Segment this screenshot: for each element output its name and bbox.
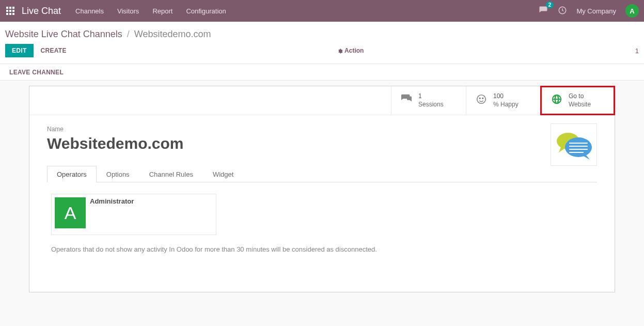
- svg-point-10: [477, 95, 486, 104]
- tab-operators[interactable]: Operators: [47, 166, 97, 182]
- svg-rect-6: [6, 13, 8, 15]
- tab-options[interactable]: Options: [97, 166, 139, 182]
- sessions-count: 1: [418, 92, 444, 101]
- nav-right: 2 My Company A: [538, 4, 639, 18]
- breadcrumb-root[interactable]: Website Live Chat Channels: [5, 29, 122, 39]
- name-label: Name: [47, 126, 184, 133]
- svg-point-12: [482, 98, 483, 99]
- nav-report[interactable]: Report: [152, 7, 172, 15]
- goto-line1: Go to: [569, 92, 591, 101]
- happy-label: % Happy: [493, 101, 519, 109]
- company-switcher[interactable]: My Company: [576, 7, 616, 15]
- pager[interactable]: 1: [635, 47, 639, 55]
- tab-content-operators: A Administrator Operators that do not sh…: [47, 182, 597, 258]
- smile-icon: [476, 94, 487, 107]
- toolbar: EDIT CREATE Action 1: [0, 44, 644, 64]
- nav-links: Channels Visitors Report Configuration: [75, 7, 538, 15]
- stat-happy[interactable]: 100 % Happy: [466, 86, 541, 115]
- svg-rect-5: [12, 10, 14, 12]
- edit-button[interactable]: EDIT: [5, 44, 34, 57]
- nav-channels[interactable]: Channels: [75, 7, 104, 15]
- user-avatar[interactable]: A: [625, 4, 639, 18]
- breadcrumb-bar: Website Live Chat Channels / Websitedemo…: [0, 22, 644, 44]
- sessions-label: Sessions: [418, 101, 444, 109]
- nav-configuration[interactable]: Configuration: [186, 7, 226, 15]
- conversations-badge: 2: [546, 2, 554, 8]
- happy-count: 100: [493, 92, 519, 101]
- stat-go-to-website[interactable]: Go to Website: [540, 86, 615, 115]
- tabs: Operators Options Channel Rules Widget: [47, 166, 597, 182]
- globe-icon: [551, 94, 562, 107]
- svg-rect-1: [9, 7, 11, 9]
- app-title[interactable]: Live Chat: [22, 6, 61, 17]
- operator-card[interactable]: A Administrator: [51, 194, 216, 235]
- svg-rect-8: [12, 13, 14, 15]
- create-button[interactable]: CREATE: [41, 47, 67, 54]
- comments-icon: [401, 94, 412, 107]
- operator-name: Administrator: [90, 197, 134, 205]
- svg-point-14: [565, 137, 592, 157]
- apps-icon[interactable]: [5, 6, 15, 16]
- operators-note: Operators that do not show any activity …: [51, 245, 593, 253]
- breadcrumb-current: Websitedemo.com: [134, 29, 211, 39]
- leave-channel-button[interactable]: LEAVE CHANNEL: [9, 69, 64, 76]
- operator-avatar: A: [55, 197, 86, 228]
- svg-rect-7: [9, 13, 11, 15]
- form-background: 1 Sessions 100 % Happy Go to: [0, 81, 644, 298]
- breadcrumb: Website Live Chat Channels / Websitedemo…: [5, 29, 639, 40]
- nav-visitors[interactable]: Visitors: [117, 7, 139, 15]
- top-nav: Live Chat Channels Visitors Report Confi…: [0, 0, 644, 22]
- name-value: Websitedemo.com: [47, 135, 184, 152]
- activity-icon[interactable]: [558, 6, 567, 17]
- stat-sessions[interactable]: 1 Sessions: [391, 86, 466, 115]
- action-dropdown[interactable]: Action: [338, 47, 364, 54]
- conversations-icon[interactable]: 2: [538, 6, 548, 17]
- svg-rect-0: [6, 7, 8, 9]
- svg-rect-3: [6, 10, 8, 12]
- goto-line2: Website: [569, 101, 591, 109]
- svg-rect-2: [12, 7, 14, 9]
- tab-channel-rules[interactable]: Channel Rules: [139, 166, 203, 182]
- channel-image[interactable]: [551, 123, 597, 166]
- status-bar: LEAVE CHANNEL: [0, 64, 644, 81]
- stat-buttons: 1 Sessions 100 % Happy Go to: [29, 86, 615, 115]
- form-sheet: 1 Sessions 100 % Happy Go to: [29, 86, 615, 292]
- svg-point-11: [479, 98, 480, 99]
- svg-rect-4: [9, 10, 11, 12]
- tab-widget[interactable]: Widget: [203, 166, 243, 182]
